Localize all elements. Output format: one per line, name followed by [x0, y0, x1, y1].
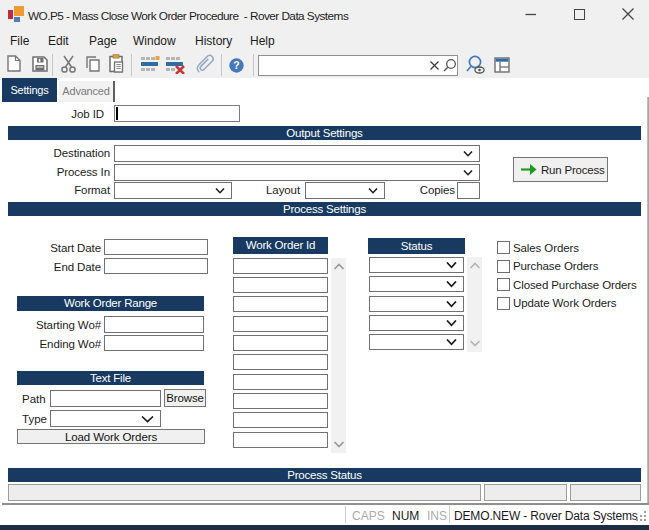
- svg-text:?: ?: [233, 59, 239, 71]
